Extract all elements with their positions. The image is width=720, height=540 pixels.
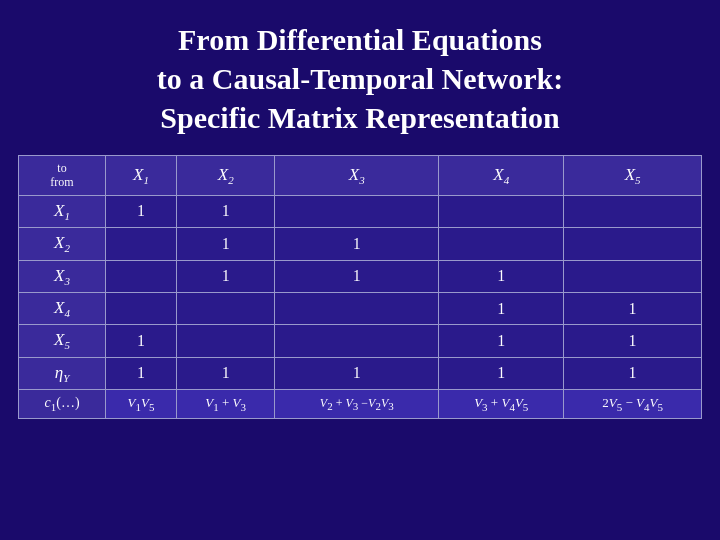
table-wrapper: to from X1 X2 X3 X4 X5 X1 1 1 X2 bbox=[0, 155, 720, 429]
cell-x3-x3: 1 bbox=[275, 260, 439, 292]
cell-x4-x5: 1 bbox=[564, 292, 702, 324]
cell-eta-x2: 1 bbox=[177, 357, 275, 389]
row-label-eta: ηY bbox=[19, 357, 106, 389]
cell-x2-x4 bbox=[439, 228, 564, 260]
cell-x1-x2: 1 bbox=[177, 195, 275, 227]
cell-x3-x5 bbox=[564, 260, 702, 292]
cell-c1-x2: V1 + V3 bbox=[177, 390, 275, 419]
cell-x2-x5 bbox=[564, 228, 702, 260]
row-label-x2: X2 bbox=[19, 228, 106, 260]
col-header-x2: X2 bbox=[177, 156, 275, 196]
cell-x3-x4: 1 bbox=[439, 260, 564, 292]
cell-x4-x4: 1 bbox=[439, 292, 564, 324]
column-header-row: to from X1 X2 X3 X4 X5 bbox=[19, 156, 702, 196]
table-row: X3 1 1 1 bbox=[19, 260, 702, 292]
table-row: X1 1 1 bbox=[19, 195, 702, 227]
cell-eta-x1: 1 bbox=[106, 357, 177, 389]
col-header-x5: X5 bbox=[564, 156, 702, 196]
cell-x1-x5 bbox=[564, 195, 702, 227]
cell-eta-x4: 1 bbox=[439, 357, 564, 389]
row-label-x1: X1 bbox=[19, 195, 106, 227]
col-header-x4: X4 bbox=[439, 156, 564, 196]
cell-c1-x1: V1V5 bbox=[106, 390, 177, 419]
cell-c1-x5: 2V5 − V4V5 bbox=[564, 390, 702, 419]
col-header-x3: X3 bbox=[275, 156, 439, 196]
cell-x3-x1 bbox=[106, 260, 177, 292]
row-label-x3: X3 bbox=[19, 260, 106, 292]
row-label-x4: X4 bbox=[19, 292, 106, 324]
matrix-table: to from X1 X2 X3 X4 X5 X1 1 1 X2 bbox=[18, 155, 702, 419]
cell-c1-x3: V2 + V3 −V2V3 bbox=[275, 390, 439, 419]
cell-x4-x2 bbox=[177, 292, 275, 324]
cell-c1-x4: V3 + V4V5 bbox=[439, 390, 564, 419]
c1-row: c1(…) V1V5 V1 + V3 V2 + V3 −V2V3 V3 + V4… bbox=[19, 390, 702, 419]
title-section: From Differential Equations to a Causal-… bbox=[0, 0, 720, 155]
cell-x5-x1: 1 bbox=[106, 325, 177, 357]
cell-x4-x3 bbox=[275, 292, 439, 324]
cell-x2-x3: 1 bbox=[275, 228, 439, 260]
row-label-x5: X5 bbox=[19, 325, 106, 357]
table-row: X5 1 1 1 bbox=[19, 325, 702, 357]
cell-x2-x2: 1 bbox=[177, 228, 275, 260]
title-text: From Differential Equations to a Causal-… bbox=[40, 20, 680, 137]
eta-row: ηY 1 1 1 1 1 bbox=[19, 357, 702, 389]
cell-x2-x1 bbox=[106, 228, 177, 260]
cell-x1-x4 bbox=[439, 195, 564, 227]
cell-x5-x2 bbox=[177, 325, 275, 357]
cell-x4-x1 bbox=[106, 292, 177, 324]
cell-x5-x3 bbox=[275, 325, 439, 357]
cell-x1-x1: 1 bbox=[106, 195, 177, 227]
cell-x1-x3 bbox=[275, 195, 439, 227]
corner-header: to from bbox=[19, 156, 106, 196]
cell-x5-x5: 1 bbox=[564, 325, 702, 357]
col-header-x1: X1 bbox=[106, 156, 177, 196]
table-row: X2 1 1 bbox=[19, 228, 702, 260]
cell-eta-x3: 1 bbox=[275, 357, 439, 389]
cell-x5-x4: 1 bbox=[439, 325, 564, 357]
cell-x3-x2: 1 bbox=[177, 260, 275, 292]
table-row: X4 1 1 bbox=[19, 292, 702, 324]
row-label-c1: c1(…) bbox=[19, 390, 106, 419]
cell-eta-x5: 1 bbox=[564, 357, 702, 389]
